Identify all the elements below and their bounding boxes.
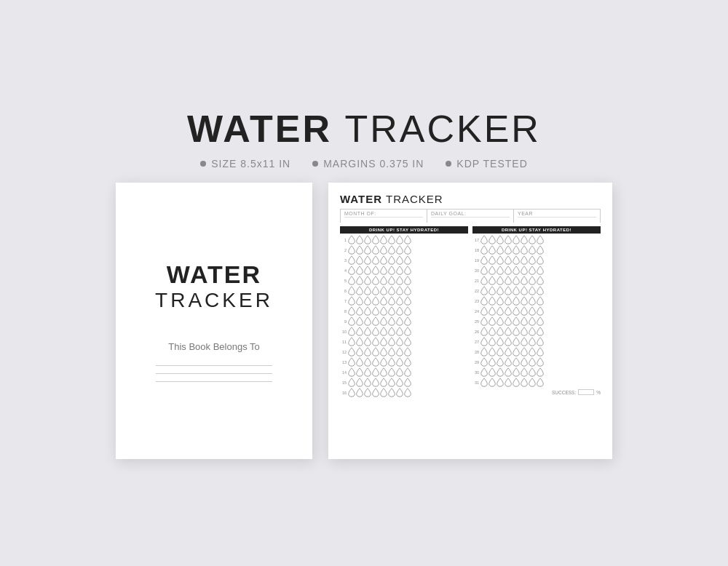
water-drop-icon (404, 378, 411, 387)
water-drop-icon (380, 316, 387, 326)
day-row: 21 (472, 276, 601, 285)
water-drop-icon (388, 367, 395, 377)
water-drop-icon (348, 286, 355, 295)
water-drop-icon (380, 235, 387, 244)
water-drop-icon (356, 388, 363, 397)
water-drop-icon (388, 255, 395, 265)
water-drop-icon (348, 276, 355, 285)
water-drop-icon (505, 286, 512, 295)
water-drop-icon (480, 306, 488, 316)
water-drop-icon (529, 266, 536, 275)
drops-row (348, 235, 411, 244)
water-drop-icon (521, 235, 528, 244)
spec-kdp: KDP TESTED (446, 158, 527, 170)
day-row: 2 (340, 245, 468, 255)
day-number: 18 (472, 248, 479, 252)
water-drop-icon (513, 347, 520, 356)
field-goal: DAILY GOAL: (427, 210, 514, 223)
day-number: 24 (472, 309, 479, 314)
drops-row (348, 316, 411, 326)
pages-container: WATER TRACKER This Book Belongs To WATER… (116, 183, 612, 459)
water-drop-icon (372, 306, 379, 316)
water-drop-icon (480, 347, 488, 356)
day-number: 20 (472, 268, 479, 273)
water-drop-icon (496, 245, 504, 255)
water-drop-icon (364, 266, 371, 275)
drops-row (480, 266, 544, 275)
water-drop-icon (372, 357, 379, 367)
water-drop-icon (380, 286, 387, 295)
water-drop-icon (521, 337, 528, 346)
tracker-title-light: TRACKER (386, 193, 443, 205)
water-drop-icon (537, 266, 544, 275)
water-drop-icon (372, 337, 379, 346)
water-drop-icon (380, 327, 387, 336)
water-drop-icon (513, 286, 520, 295)
water-drop-icon (356, 316, 363, 326)
water-drop-icon (404, 388, 411, 397)
tracker-page: WATER TRACKER MONTH OF: DAILY GOAL: YEAR… (328, 183, 612, 459)
water-drop-icon (521, 327, 528, 336)
day-number: 7 (340, 299, 347, 303)
water-drop-icon (372, 388, 379, 397)
water-drop-icon (396, 327, 403, 336)
water-drop-icon (488, 316, 496, 326)
main-title: WATER TRACKER (187, 107, 541, 151)
water-drop-icon (496, 306, 504, 316)
water-drop-icon (380, 337, 387, 346)
title-light: TRACKER (344, 108, 540, 150)
water-drop-icon (505, 235, 512, 244)
column-header-right: DRINK UP! STAY HYDRATED! (472, 226, 601, 234)
water-drop-icon (496, 337, 504, 346)
cover-title: WATER TRACKER (155, 260, 273, 312)
water-drop-icon (380, 245, 387, 255)
water-drop-icon (364, 296, 371, 306)
water-drop-icon (513, 327, 520, 336)
tracker-title-bold: WATER (340, 193, 382, 205)
water-drop-icon (348, 296, 355, 306)
day-number: 15 (340, 380, 347, 385)
water-drop-icon (372, 367, 379, 377)
day-number: 5 (340, 279, 347, 283)
drops-row (348, 327, 411, 336)
water-drop-icon (356, 367, 363, 377)
water-drop-icon (388, 235, 395, 244)
day-row: 19 (472, 255, 601, 265)
dot-icon (200, 161, 206, 167)
water-drop-icon (396, 347, 403, 356)
drops-row (480, 357, 544, 367)
water-drop-icon (496, 357, 504, 367)
water-drop-icon (348, 378, 355, 387)
header: WATER TRACKER SIZE 8.5x11 IN MARGINS 0.3… (187, 107, 541, 170)
water-drop-icon (537, 347, 544, 356)
drops-row (480, 276, 544, 285)
water-drop-icon (404, 337, 411, 346)
water-drop-icon (348, 235, 355, 244)
water-drop-icon (364, 357, 371, 367)
water-drop-icon (537, 296, 544, 306)
water-drop-icon (388, 388, 395, 397)
water-drop-icon (537, 316, 544, 326)
water-drop-icon (388, 286, 395, 295)
water-drop-icon (496, 296, 504, 306)
drops-row (480, 378, 544, 387)
tracker-page-title: WATER TRACKER (340, 193, 601, 205)
day-number: 2 (340, 248, 347, 252)
water-drop-icon (364, 255, 371, 265)
water-drop-icon (505, 266, 512, 275)
water-drop-icon (364, 347, 371, 356)
water-drop-icon (480, 235, 488, 244)
water-drop-icon (372, 245, 379, 255)
water-drop-icon (505, 306, 512, 316)
water-drop-icon (529, 255, 536, 265)
day-number: 31 (472, 380, 479, 385)
water-drop-icon (364, 337, 371, 346)
water-drop-icon (372, 327, 379, 336)
day-row: 10 (340, 327, 468, 336)
day-row: 27 (472, 337, 601, 346)
spec-margins: MARGINS 0.375 IN (312, 158, 424, 170)
water-drop-icon (404, 235, 411, 244)
water-drop-icon (537, 306, 544, 316)
drops-row (348, 347, 411, 356)
water-drop-icon (529, 367, 536, 377)
